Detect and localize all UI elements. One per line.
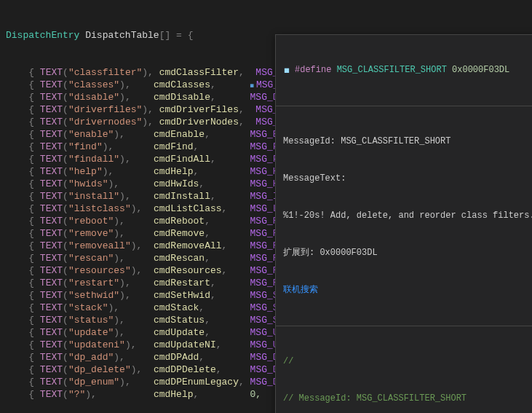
tooltip-comment: // [283,355,531,368]
tooltip-header: #define MSG_CLASSFILTER_SHORT 0x0000F03D… [283,64,531,76]
tooltip-line: MessageText: [283,173,531,185]
tooltip-line: %1!-20s! Add, delete, and reorder class … [283,210,531,222]
intellisense-icon: ◼ [250,82,254,90]
hover-tooltip: #define MSG_CLASSFILTER_SHORT 0x0000F03D… [275,34,532,413]
define-icon [283,65,292,74]
tooltip-comment: // MessageId: MSG_CLASSFILTER_SHORT [283,393,531,405]
tooltip-line: MessageId: MSG_CLASSFILTER_SHORT [283,135,531,148]
code-editor[interactable]: DispatchEntry DispatchTable[] = { { TEXT… [0,0,532,413]
tooltip-line: 扩展到: 0x0000F03DL [283,247,531,259]
online-search-link[interactable]: 联机搜索 [283,284,531,296]
